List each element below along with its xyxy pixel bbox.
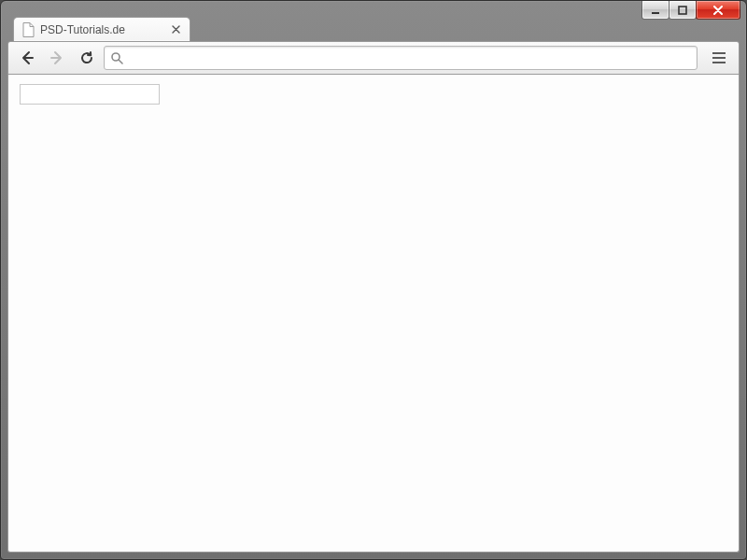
tab-strip: PSD-Tutorials.de (7, 17, 740, 41)
maximize-icon (678, 6, 687, 15)
svg-line-3 (119, 60, 122, 63)
hamburger-icon (712, 51, 726, 64)
arrow-left-icon (19, 49, 35, 66)
close-icon (172, 25, 180, 34)
tab-close-button[interactable] (169, 23, 182, 36)
page-viewport (7, 75, 740, 553)
svg-rect-1 (679, 7, 686, 14)
address-bar[interactable] (104, 46, 698, 70)
arrow-right-icon (49, 49, 65, 66)
search-icon (110, 51, 123, 64)
toolbar (7, 41, 740, 75)
reload-icon (79, 50, 94, 65)
address-input[interactable] (129, 51, 691, 65)
svg-rect-0 (652, 12, 659, 14)
file-icon (21, 22, 35, 37)
tab-title: PSD-Tutorials.de (40, 23, 163, 36)
close-icon (712, 6, 724, 15)
tab-active[interactable]: PSD-Tutorials.de (13, 17, 190, 41)
menu-button[interactable] (705, 45, 733, 71)
forward-button[interactable] (44, 45, 70, 71)
page-text-input[interactable] (20, 84, 160, 105)
minimize-icon (651, 6, 660, 15)
reload-button[interactable] (74, 45, 100, 71)
browser-window: PSD-Tutorials.de (0, 0, 747, 560)
back-button[interactable] (14, 45, 40, 71)
